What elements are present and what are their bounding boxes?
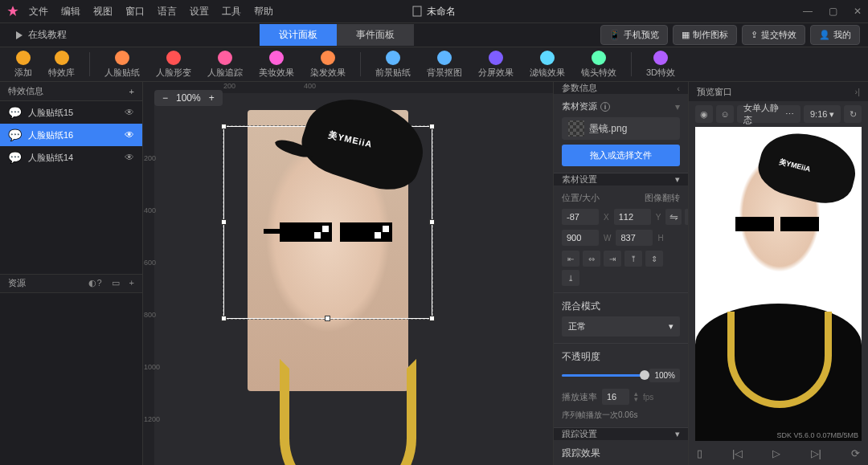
zoom-control: − 100% +	[154, 90, 223, 106]
h-input[interactable]	[616, 230, 653, 246]
align-bottom-button[interactable]: ⤓	[562, 270, 579, 286]
help-icon[interactable]: ◐?	[88, 278, 101, 288]
menu-item[interactable]: 工具	[222, 5, 241, 18]
sunglasses-sticker[interactable]	[280, 222, 400, 247]
speed-input[interactable]	[602, 389, 629, 405]
tool-前景贴纸[interactable]: 前景贴纸	[369, 49, 417, 80]
mine-button[interactable]: 👤我的	[810, 25, 860, 45]
eye-icon[interactable]: 👁	[125, 107, 134, 118]
layer-item[interactable]: 💬人脸贴纸16👁	[0, 124, 142, 146]
add-effect-button[interactable]: +	[129, 87, 134, 96]
folder-icon[interactable]: ▭	[112, 278, 120, 288]
message-icon: 💬	[8, 151, 22, 164]
preview-panel-title: 预览窗口	[697, 86, 732, 98]
eye-icon[interactable]: 👁	[125, 129, 134, 141]
tool-添加[interactable]: 添加	[8, 49, 39, 80]
chevron-down-icon: ▾	[675, 101, 680, 112]
menu-item[interactable]: 语言	[158, 5, 177, 18]
phone-preview-button[interactable]: 📱手机预览	[600, 25, 668, 45]
maximize-button[interactable]: ▢	[829, 6, 837, 17]
tool-人脸追踪[interactable]: 人脸追踪	[201, 49, 249, 80]
preview-user-button[interactable]: ☺	[716, 105, 734, 123]
align-center-h-button[interactable]: ⇔	[583, 251, 600, 267]
tool-染发效果[interactable]: 染发效果	[304, 49, 352, 80]
tool-3D特效[interactable]: 3D特效	[640, 49, 682, 80]
upload-icon: ⇪	[751, 30, 758, 40]
menu-item[interactable]: 帮助	[254, 5, 273, 18]
tool-滤镜效果[interactable]: 滤镜效果	[523, 49, 571, 80]
menu-item[interactable]: 设置	[190, 5, 209, 18]
document-icon	[412, 6, 422, 17]
preview-next-button[interactable]: ▷|	[811, 447, 821, 459]
drop-select-button[interactable]: 拖入或选择文件	[562, 145, 680, 166]
preview-camera-button[interactable]: ◉	[695, 105, 713, 123]
x-input[interactable]	[562, 209, 599, 225]
file-thumbnail	[568, 120, 584, 137]
tool-icon	[218, 51, 232, 65]
tutorial-button[interactable]: 在线教程	[8, 26, 73, 44]
tool-icon	[115, 51, 129, 65]
chevron-down-icon: ▾	[675, 429, 680, 439]
opacity-slider[interactable]	[562, 374, 645, 377]
expand-preview-icon[interactable]: ›|	[854, 87, 860, 96]
align-left-button[interactable]: ⇤	[562, 251, 579, 267]
blend-mode-select[interactable]: 正常▾	[562, 316, 680, 337]
position-size-label: 位置/大小	[562, 192, 600, 204]
zoom-out-button[interactable]: −	[162, 92, 168, 104]
material-resource-dropdown[interactable]: 素材资源 i	[562, 100, 670, 112]
tool-icon	[269, 51, 284, 65]
align-right-button[interactable]: ⇥	[604, 251, 621, 267]
menu-item[interactable]: 窗口	[125, 5, 145, 18]
preview-refresh-button[interactable]: ↻	[844, 105, 862, 123]
tool-美妆效果[interactable]: 美妆效果	[252, 49, 301, 80]
tab-design[interactable]: 设计面板	[260, 24, 337, 46]
preview-loop-button[interactable]: ⟳	[851, 447, 860, 459]
tool-镜头特效[interactable]: 镜头特效	[575, 49, 623, 80]
document-title: 未命名	[412, 5, 456, 18]
tool-人脸形变[interactable]: 人脸形变	[149, 49, 198, 80]
preview-mode-select[interactable]: 女单人静态⋯	[737, 105, 800, 123]
speed-stepper[interactable]: ▴▾	[634, 391, 638, 402]
close-button[interactable]: ✕	[854, 6, 862, 17]
menu-item[interactable]: 编辑	[61, 5, 80, 18]
opacity-value: 100%	[649, 369, 680, 382]
align-top-button[interactable]: ⤒	[624, 251, 642, 267]
tool-icon	[489, 51, 503, 65]
submit-effect-button[interactable]: ⇪提交特效	[742, 25, 805, 45]
panel-tab-switch: 设计面板 事件面板	[260, 24, 414, 46]
add-resource-button[interactable]: +	[129, 278, 134, 288]
canvas-stage[interactable]: 美YMEiiA	[248, 110, 408, 391]
tool-人脸贴纸[interactable]: 人脸贴纸	[98, 49, 146, 80]
tab-event[interactable]: 事件面板	[337, 24, 414, 46]
menu-item[interactable]: 文件	[29, 5, 48, 18]
collapse-params-icon[interactable]: ‹	[677, 84, 680, 93]
tool-分屏效果[interactable]: 分屏效果	[472, 49, 520, 80]
zoom-in-button[interactable]: +	[209, 92, 215, 104]
tool-背景抠图[interactable]: 背景抠图	[420, 49, 469, 80]
align-center-v-button[interactable]: ⇕	[645, 251, 663, 267]
sdk-status: SDK V5.6.0 0.07MB/5MB	[776, 431, 858, 439]
material-settings-header[interactable]: 素材设置▾	[554, 173, 688, 186]
preview-play-button[interactable]: ▷	[772, 447, 780, 459]
w-input[interactable]	[562, 230, 599, 246]
tracking-settings-header[interactable]: 跟踪设置▾	[554, 428, 688, 440]
message-icon: 💬	[8, 106, 22, 119]
flip-h-button[interactable]: ⇋	[665, 209, 682, 225]
chain-sticker[interactable]	[280, 359, 416, 465]
canvas-area[interactable]: 200 400 200 400 600 800 1000 1200 − 100%…	[143, 82, 553, 465]
tool-icon	[166, 51, 181, 65]
layer-item[interactable]: 💬人脸贴纸15👁	[0, 101, 142, 124]
preview-device-button[interactable]: ▯	[697, 447, 702, 459]
tool-特效库[interactable]: 特效库	[42, 49, 81, 80]
app-logo	[6, 5, 19, 18]
tool-icon	[540, 51, 555, 65]
preview-prev-button[interactable]: |◁	[732, 447, 743, 459]
preview-ratio-select[interactable]: 9:16▾	[804, 105, 841, 123]
file-chip[interactable]: 墨镜.png	[562, 117, 680, 140]
layer-item[interactable]: 💬人脸贴纸14👁	[0, 146, 142, 169]
make-icon-button[interactable]: ▦制作图标	[673, 25, 737, 45]
y-input[interactable]	[614, 209, 651, 225]
menu-item[interactable]: 视图	[93, 5, 113, 18]
eye-icon[interactable]: 👁	[125, 152, 134, 163]
minimize-button[interactable]: —	[803, 6, 813, 17]
